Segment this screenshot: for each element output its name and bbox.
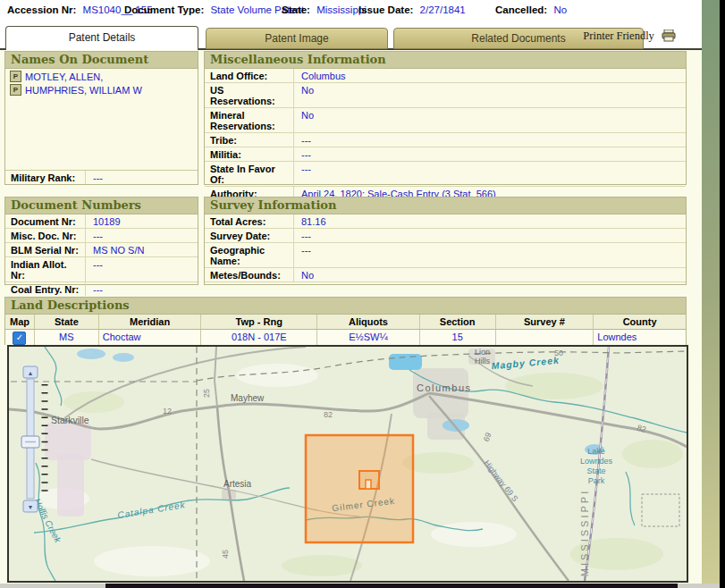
bottom-edge-dark-segment	[105, 584, 678, 588]
land-table-header: Map State Meridian Twp - Rng Aliquots Se…	[5, 315, 686, 330]
field-label: Survey Date:	[205, 229, 294, 242]
land-office-row: Land Office: Columbus	[205, 69, 686, 83]
field-value: ---	[294, 243, 316, 267]
printer-icon	[662, 29, 677, 46]
lake-lowndes-label4: Park	[588, 476, 605, 485]
page-edge-strip	[702, 0, 720, 588]
lake-lowndes-label3: State	[586, 466, 605, 475]
geographic-name-row: Geographic Name: ---	[205, 243, 686, 268]
land-descriptions-title: Land Descriptions	[5, 298, 686, 315]
col-map: Map	[5, 315, 35, 330]
lake-near-magby	[389, 354, 422, 370]
patentee-row: P MOTLEY, ALLEN,	[5, 69, 198, 82]
field-value: 10189	[86, 214, 126, 228]
field-label: Metes/Bounds:	[205, 268, 294, 281]
tab-patent-details[interactable]: Patent Details	[5, 26, 198, 50]
map-container[interactable]: Starkville Mayhew Columbus Artesia Lion …	[7, 345, 688, 583]
patentee-name-link[interactable]: HUMPHRIES, WILLIAM W	[25, 85, 142, 96]
survey-info-panel: Survey Information Total Acres: 81.16 Su…	[204, 197, 687, 285]
col-state: State	[35, 315, 99, 330]
route-45-label: 45	[221, 550, 230, 559]
land-descriptions-panel: Land Descriptions Map State Meridian Twp…	[4, 297, 687, 345]
indian-allot-nr-row: Indian Allot. Nr: ---	[5, 257, 198, 282]
patentee-row: P HUMPHRIES, WILLIAM W	[5, 82, 198, 96]
screen-edge	[720, 0, 725, 588]
field-label: Land Office:	[205, 69, 294, 82]
lake-lowndes-label2: Lowndes	[580, 457, 613, 466]
col-section: Section	[420, 315, 496, 330]
names-panel-title: Names On Document	[5, 52, 198, 69]
patentee-name-link[interactable]: MOTLEY, ALLEN,	[25, 71, 103, 82]
document-nr-row: Document Nr: 10189	[5, 214, 198, 229]
field-label: Indian Allot. Nr:	[5, 257, 86, 281]
field-label: Militia:	[205, 147, 294, 161]
tribe-row: Tribe: ---	[205, 133, 686, 147]
doc-type-label: Document Type:	[124, 4, 204, 15]
misc-info-panel: Miscellaneous Information Land Office: C…	[204, 51, 687, 185]
document-numbers-panel: Document Numbers Document Nr: 10189 Misc…	[4, 197, 198, 285]
record-header: Accession Nr: MS1040__.155 Document Type…	[7, 4, 695, 21]
printer-friendly-label: Printer Friendly	[583, 29, 654, 42]
browser-viewport: Accession Nr: MS1040__.155 Document Type…	[0, 0, 725, 588]
field-label: Mineral Reservations:	[205, 108, 294, 132]
starkville-label: Starkville	[51, 415, 89, 425]
field-label: State In Favor Of:	[205, 162, 294, 186]
aliquot-highlight	[366, 480, 371, 489]
map-checkbox[interactable]: ✓	[13, 332, 26, 345]
state-field: State: Mississippi	[282, 4, 367, 15]
field-label: US Reservations:	[205, 83, 294, 107]
col-survey-num: Survey #	[496, 315, 594, 330]
printer-friendly-link[interactable]: Printer Friendly	[583, 29, 677, 46]
field-value: No	[294, 83, 319, 107]
zoom-in-icon: ▲	[28, 370, 34, 376]
lion-hills-label: Lion	[475, 348, 490, 357]
artesia-label: Artesia	[223, 479, 252, 489]
tab-patent-image[interactable]: Patent Image	[206, 28, 388, 49]
state-label: State:	[282, 4, 310, 15]
doc-type-field: Document Type: State Volume Patent	[124, 4, 304, 15]
lake-lowndes-label1: Lake	[587, 447, 605, 456]
field-value: ---	[294, 162, 316, 186]
field-value: ---	[86, 229, 108, 242]
survey-info-title: Survey Information	[205, 197, 686, 214]
field-value: ---	[86, 282, 108, 296]
document-numbers-title: Document Numbers	[5, 197, 198, 214]
lion-hills-label2: Hills	[475, 357, 490, 365]
map-canvas[interactable]: Starkville Mayhew Columbus Artesia Lion …	[9, 347, 687, 581]
military-rank-value: ---	[86, 171, 108, 184]
route-50-label: 50	[554, 349, 563, 357]
cancelled-label: Cancelled:	[495, 4, 547, 15]
field-value: ---	[294, 133, 316, 147]
field-value: ---	[86, 257, 108, 281]
bottom-edge-bar	[0, 584, 720, 588]
militia-row: Militia: ---	[205, 147, 686, 162]
field-label: BLM Serial Nr:	[5, 243, 86, 256]
us-reservations-row: US Reservations: No	[205, 83, 686, 108]
patentee-icon: P	[10, 71, 21, 82]
mineral-reservations-row: Mineral Reservations: No	[205, 108, 686, 133]
route-25-label: 25	[202, 389, 211, 398]
field-value: MS NO S/N	[86, 243, 149, 256]
field-value: Columbus	[294, 69, 351, 82]
field-label: Misc. Doc. Nr:	[5, 229, 86, 242]
metes-bounds-row: Metes/Bounds: No	[205, 268, 686, 282]
field-value: No	[294, 108, 319, 132]
military-rank-label: Military Rank:	[5, 171, 86, 184]
coal-entry-nr-row: Coal Entry. Nr: ---	[5, 282, 198, 296]
issue-date-field: Issue Date: 2/27/1841	[358, 4, 466, 15]
field-label: Document Nr:	[5, 214, 86, 228]
cancelled-value: No	[553, 4, 567, 15]
mississippi-label: MISSISSIPPI	[579, 489, 590, 576]
cancelled-field: Cancelled: No	[495, 4, 567, 15]
field-value: ---	[294, 147, 316, 161]
names-panel: Names On Document P MOTLEY, ALLEN, P HUM…	[4, 51, 198, 185]
field-value: No	[294, 268, 319, 281]
field-label: Total Acres:	[205, 214, 294, 228]
route-12-label: 12	[163, 407, 172, 416]
patentee-icon: P	[10, 84, 21, 96]
field-value: 81.16	[294, 214, 332, 228]
military-rank-row: Military Rank: ---	[5, 170, 198, 184]
blm-serial-nr-row: BLM Serial Nr: MS NO S/N	[5, 243, 198, 257]
misc-info-title: Miscellaneous Information	[205, 52, 686, 69]
page: Accession Nr: MS1040__.155 Document Type…	[0, 0, 702, 588]
